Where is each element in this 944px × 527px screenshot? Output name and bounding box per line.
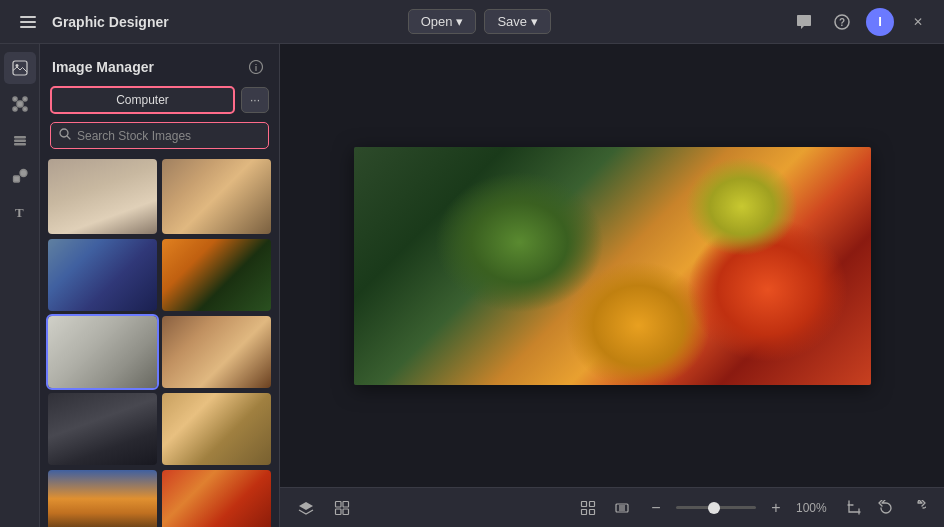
layers-toggle-button[interactable] [292,494,320,522]
svg-rect-23 [343,501,349,507]
svg-rect-15 [13,176,19,182]
more-options-button[interactable]: ··· [241,87,269,113]
svg-rect-25 [343,509,349,515]
main-area: T Image Manager i Computer ··· [0,44,944,527]
crop-button[interactable] [840,494,868,522]
chat-icon-button[interactable] [790,8,818,36]
list-item[interactable] [162,393,271,465]
grid-toggle-button[interactable] [328,494,356,522]
svg-rect-1 [20,21,36,23]
bottom-bar: − + 100% [280,487,944,527]
list-item[interactable] [48,470,157,527]
topbar-left: Graphic Designer [12,6,169,38]
list-item[interactable] [162,470,271,527]
svg-rect-12 [14,136,26,139]
list-item[interactable] [162,159,271,234]
zoom-slider[interactable] [676,506,756,509]
computer-button[interactable]: Computer [50,86,235,114]
topbar: Graphic Designer Open ▾ Save ▾ ? I ✕ [0,0,944,44]
undo-button[interactable] [872,494,900,522]
svg-rect-0 [20,16,36,18]
list-item[interactable] [162,316,271,388]
svg-rect-26 [582,501,587,506]
svg-rect-28 [582,509,587,514]
svg-point-16 [20,170,27,177]
list-item[interactable] [162,239,271,311]
search-input[interactable] [77,129,260,143]
icon-sidebar: T [0,44,40,527]
image-manager-panel: Image Manager i Computer ··· [40,44,280,527]
help-icon-button[interactable]: ? [828,8,856,36]
svg-text:i: i [255,63,258,73]
svg-rect-14 [14,143,26,146]
list-item[interactable] [48,159,157,234]
zoom-controls: − + 100% [574,494,832,522]
sidebar-images-button[interactable] [4,52,36,84]
app-title: Graphic Designer [52,14,169,30]
search-bar [50,122,269,149]
zoom-fit-button[interactable] [608,494,636,522]
save-button[interactable]: Save ▾ [484,9,551,34]
list-item[interactable] [48,393,157,465]
open-chevron-icon: ▾ [456,14,463,29]
svg-rect-27 [590,501,595,506]
svg-point-7 [17,101,23,107]
svg-line-21 [68,137,71,140]
svg-rect-13 [14,140,26,143]
zoom-percentage: 100% [796,501,832,515]
list-item[interactable] [48,239,157,311]
info-icon-button[interactable]: i [245,56,267,78]
sidebar-layers-button[interactable] [4,124,36,156]
window-close-button[interactable]: ✕ [904,8,932,36]
topbar-center: Open ▾ Save ▾ [169,9,790,34]
svg-point-10 [13,107,17,111]
canvas-area: − + 100% [280,44,944,527]
svg-rect-22 [336,501,342,507]
zoom-out-button[interactable]: − [642,494,670,522]
sidebar-shapes-button[interactable] [4,160,36,192]
panel-controls: Computer ··· [40,86,279,122]
user-avatar[interactable]: I [866,8,894,36]
redo-button[interactable] [904,494,932,522]
panel-title: Image Manager [52,59,154,75]
open-button[interactable]: Open ▾ [408,9,477,34]
list-item[interactable] [48,316,157,388]
canvas-workspace[interactable] [280,44,944,487]
fit-screen-button[interactable] [574,494,602,522]
image-grid [40,159,279,527]
search-icon [59,128,71,143]
svg-point-20 [60,129,68,137]
svg-text:?: ? [839,17,845,28]
svg-text:T: T [15,205,24,220]
save-chevron-icon: ▾ [531,14,538,29]
svg-rect-29 [590,509,595,514]
topbar-right: ? I ✕ [790,8,932,36]
svg-point-11 [23,107,27,111]
canvas-image [354,147,871,385]
svg-rect-2 [20,26,36,28]
canvas-frame [354,147,871,385]
svg-rect-24 [336,509,342,515]
svg-point-9 [23,97,27,101]
sidebar-elements-button[interactable] [4,88,36,120]
sidebar-text-button[interactable]: T [4,196,36,228]
svg-point-8 [13,97,17,101]
menu-button[interactable] [12,6,44,38]
zoom-in-button[interactable]: + [762,494,790,522]
panel-header: Image Manager i [40,44,279,86]
bottom-right-icons [840,494,932,522]
